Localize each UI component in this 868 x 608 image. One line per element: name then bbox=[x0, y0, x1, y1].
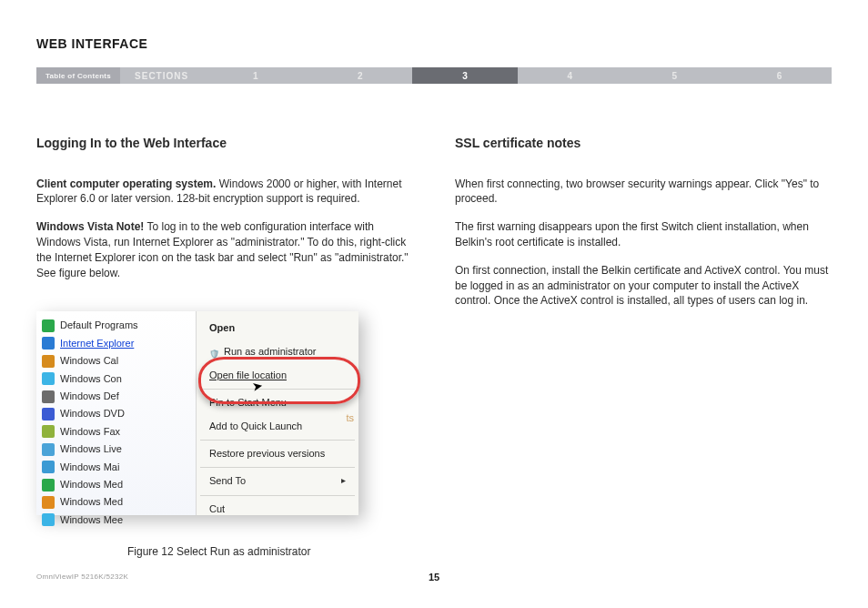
program-icon bbox=[42, 372, 55, 385]
start-item[interactable]: Windows DVD bbox=[36, 405, 196, 422]
start-item[interactable]: Windows Med bbox=[36, 476, 196, 493]
figure-caption: Figure 12 Select Run as administrator bbox=[127, 544, 413, 560]
section-nav: Table of Contents SECTIONS 123456 bbox=[36, 67, 832, 84]
bold-lead: Client computer operating system. bbox=[36, 177, 216, 190]
ctx-run-admin-label: Run as administrator bbox=[224, 346, 317, 357]
start-item[interactable]: Windows Fax bbox=[36, 423, 196, 441]
ctx-separator bbox=[200, 495, 355, 496]
ctx-restore[interactable]: Restore previous versions bbox=[197, 442, 358, 465]
page-number: 15 bbox=[429, 572, 439, 583]
start-item-label: Windows Med bbox=[60, 478, 123, 491]
nav-section-2[interactable]: 2 bbox=[308, 67, 412, 84]
start-item-label: Internet Explorer bbox=[60, 337, 134, 350]
ctx-separator bbox=[200, 467, 355, 468]
nav-section-1[interactable]: 1 bbox=[203, 67, 308, 84]
program-icon bbox=[42, 513, 55, 526]
start-item-label: Windows Mai bbox=[60, 461, 119, 474]
paragraph-client-os: Client computer operating system. Window… bbox=[36, 177, 413, 208]
program-icon bbox=[42, 479, 55, 491]
start-item[interactable]: Internet Explorer bbox=[36, 335, 196, 352]
start-item-label: Windows Cal bbox=[60, 354, 118, 368]
ctx-run-admin[interactable]: 🛡️Run as administrator bbox=[197, 340, 358, 364]
program-icon bbox=[42, 425, 55, 438]
start-item-label: Default Programs bbox=[60, 319, 138, 332]
page-footer: OmniViewIP 5216K/5232K 15 bbox=[36, 573, 832, 581]
start-item[interactable]: Windows Mee bbox=[36, 512, 196, 529]
ssl-para-3: On first connection, install the Belkin … bbox=[455, 263, 832, 309]
start-item[interactable]: Windows Mai bbox=[36, 459, 196, 476]
obscured-text: ts bbox=[346, 411, 354, 425]
program-icon bbox=[42, 390, 55, 403]
start-item[interactable]: Windows Live bbox=[36, 441, 196, 458]
nav-section-6[interactable]: 6 bbox=[727, 67, 832, 84]
ctx-send-to[interactable]: Send To▸ bbox=[197, 470, 358, 492]
program-icon bbox=[42, 408, 55, 421]
start-menu-list: Default ProgramsInternet ExplorerWindows… bbox=[36, 311, 197, 515]
nav-section-4[interactable]: 4 bbox=[518, 67, 622, 84]
nav-toc[interactable]: Table of Contents bbox=[36, 67, 120, 84]
footer-model: OmniViewIP 5216K/5232K bbox=[36, 573, 128, 581]
ctx-send-to-label: Send To bbox=[209, 475, 246, 486]
ctx-separator bbox=[200, 389, 355, 390]
ctx-separator bbox=[200, 440, 355, 441]
ssl-para-1: When first connecting, two browser secur… bbox=[455, 177, 832, 208]
ctx-open[interactable]: Open bbox=[197, 317, 358, 339]
screenshot-window: Default ProgramsInternet ExplorerWindows… bbox=[36, 311, 358, 515]
start-item-label: Windows Con bbox=[60, 372, 122, 386]
start-item-label: Windows DVD bbox=[60, 407, 125, 421]
ctx-quick-launch[interactable]: Add to Quick Launch bbox=[197, 415, 358, 438]
start-item-label: Windows Mee bbox=[60, 513, 123, 527]
start-item[interactable]: Windows Def bbox=[36, 388, 196, 405]
start-item[interactable]: Default Programs bbox=[36, 317, 196, 334]
program-icon bbox=[42, 319, 55, 332]
start-item-label: Windows Fax bbox=[60, 425, 120, 439]
nav-section-5[interactable]: 5 bbox=[622, 67, 727, 84]
left-heading: Logging In to the Web Interface bbox=[36, 135, 413, 153]
program-icon bbox=[42, 443, 55, 456]
right-column: SSL certificate notes When first connect… bbox=[455, 135, 832, 560]
figure-12: Default ProgramsInternet ExplorerWindows… bbox=[36, 311, 358, 515]
context-menu: Open 🛡️Run as administrator Open file lo… bbox=[197, 311, 358, 515]
program-icon bbox=[42, 355, 55, 368]
start-item-label: Windows Med bbox=[60, 495, 123, 509]
ssl-para-2: The first warning disappears upon the fi… bbox=[455, 219, 832, 250]
page-title: WEB INTERFACE bbox=[36, 36, 832, 51]
program-icon bbox=[42, 461, 55, 473]
start-item-label: Windows Live bbox=[60, 442, 122, 456]
nav-sections-label: SECTIONS bbox=[120, 67, 203, 84]
start-item[interactable]: Windows Cal bbox=[36, 352, 196, 370]
program-icon bbox=[42, 337, 55, 350]
nav-section-3[interactable]: 3 bbox=[412, 67, 517, 84]
ctx-cut[interactable]: Cut bbox=[197, 498, 358, 521]
ctx-open-location[interactable]: Open file location bbox=[197, 364, 358, 387]
start-item[interactable]: Windows Con bbox=[36, 370, 196, 388]
right-heading: SSL certificate notes bbox=[455, 135, 832, 153]
bold-lead: Windows Vista Note! bbox=[36, 220, 144, 233]
start-item[interactable]: Windows Med bbox=[36, 493, 196, 511]
ctx-pin[interactable]: Pin to Start Menu bbox=[197, 391, 358, 414]
submenu-arrow-icon: ▸ bbox=[341, 474, 346, 487]
left-column: Logging In to the Web Interface Client c… bbox=[36, 135, 413, 560]
program-icon bbox=[42, 496, 55, 509]
start-item-label: Windows Def bbox=[60, 390, 119, 403]
paragraph-vista-note: Windows Vista Note! To log in to the web… bbox=[36, 219, 413, 280]
